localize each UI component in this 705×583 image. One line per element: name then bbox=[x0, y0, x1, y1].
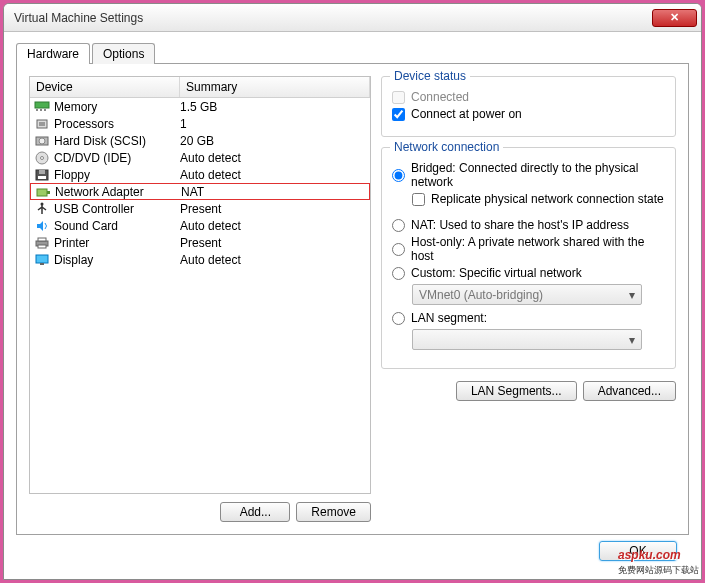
device-name: Floppy bbox=[54, 168, 90, 182]
advanced-button[interactable]: Advanced... bbox=[583, 381, 676, 401]
radio-lan[interactable]: LAN segment: bbox=[392, 311, 665, 325]
svg-rect-11 bbox=[39, 170, 45, 174]
connected-input bbox=[392, 91, 405, 104]
device-row-cpu[interactable]: Processors1 bbox=[30, 115, 370, 132]
tab-strip: Hardware Options bbox=[16, 43, 689, 64]
svg-rect-14 bbox=[47, 191, 50, 194]
device-status-group: Device status Connected Connect at power… bbox=[381, 76, 676, 137]
col-summary[interactable]: Summary bbox=[180, 77, 370, 97]
replicate-checkbox[interactable]: Replicate physical network connection st… bbox=[412, 192, 665, 206]
remove-button[interactable]: Remove bbox=[296, 502, 371, 522]
chevron-down-icon: ▾ bbox=[629, 288, 635, 302]
printer-icon bbox=[34, 236, 50, 250]
svg-point-7 bbox=[39, 138, 45, 144]
tab-panel-hardware: Device Summary Memory1.5 GBProcessors1Ha… bbox=[16, 63, 689, 535]
chevron-down-icon: ▾ bbox=[629, 333, 635, 347]
device-name: Network Adapter bbox=[55, 185, 144, 199]
network-connection-group: Network connection Bridged: Connected di… bbox=[381, 147, 676, 369]
device-name: Sound Card bbox=[54, 219, 118, 233]
replicate-input[interactable] bbox=[412, 193, 425, 206]
connected-checkbox: Connected bbox=[392, 90, 665, 104]
device-name: Memory bbox=[54, 100, 97, 114]
device-row-hdd[interactable]: Hard Disk (SCSI)20 GB bbox=[30, 132, 370, 149]
connect-poweron-checkbox[interactable]: Connect at power on bbox=[392, 107, 665, 121]
device-name: Hard Disk (SCSI) bbox=[54, 134, 146, 148]
tab-options[interactable]: Options bbox=[92, 43, 155, 64]
usb-icon bbox=[34, 202, 50, 216]
device-name: CD/DVD (IDE) bbox=[54, 151, 131, 165]
device-summary: Present bbox=[180, 202, 366, 216]
hdd-icon bbox=[34, 134, 50, 148]
svg-rect-12 bbox=[38, 176, 46, 179]
svg-rect-19 bbox=[36, 255, 48, 263]
custom-vmnet-select: VMnet0 (Auto-bridging) ▾ bbox=[412, 284, 642, 305]
device-summary: Present bbox=[180, 236, 366, 250]
add-button[interactable]: Add... bbox=[220, 502, 290, 522]
device-name: Display bbox=[54, 253, 93, 267]
device-row-floppy[interactable]: FloppyAuto detect bbox=[30, 166, 370, 183]
svg-rect-2 bbox=[40, 109, 42, 111]
lan-segments-button[interactable]: LAN Segments... bbox=[456, 381, 577, 401]
device-row-net[interactable]: Network AdapterNAT bbox=[30, 183, 370, 200]
device-name: Processors bbox=[54, 117, 114, 131]
floppy-icon bbox=[34, 168, 50, 182]
device-summary: Auto detect bbox=[180, 151, 366, 165]
device-summary: Auto detect bbox=[180, 219, 366, 233]
device-summary: 20 GB bbox=[180, 134, 366, 148]
cpu-icon bbox=[34, 117, 50, 131]
cd-icon bbox=[34, 151, 50, 165]
sound-icon bbox=[34, 219, 50, 233]
device-summary: NAT bbox=[181, 185, 365, 199]
svg-rect-17 bbox=[38, 238, 46, 241]
ok-button[interactable]: OK bbox=[599, 541, 677, 561]
radio-hostonly-input[interactable] bbox=[392, 243, 405, 256]
window-title: Virtual Machine Settings bbox=[14, 11, 652, 25]
device-summary: 1.5 GB bbox=[180, 100, 366, 114]
device-name: USB Controller bbox=[54, 202, 134, 216]
svg-rect-0 bbox=[35, 102, 49, 108]
device-row-usb[interactable]: USB ControllerPresent bbox=[30, 200, 370, 217]
device-summary: Auto detect bbox=[180, 168, 366, 182]
dialog-footer: OK bbox=[16, 535, 689, 561]
display-icon bbox=[34, 253, 50, 267]
svg-rect-3 bbox=[44, 109, 46, 111]
radio-custom-input[interactable] bbox=[392, 267, 405, 280]
network-title: Network connection bbox=[390, 140, 503, 154]
radio-nat-input[interactable] bbox=[392, 219, 405, 232]
settings-window: Virtual Machine Settings ✕ Hardware Opti… bbox=[3, 3, 702, 580]
device-row-cd[interactable]: CD/DVD (IDE)Auto detect bbox=[30, 149, 370, 166]
radio-bridged[interactable]: Bridged: Connected directly to the physi… bbox=[392, 161, 665, 189]
connect-poweron-input[interactable] bbox=[392, 108, 405, 121]
device-name: Printer bbox=[54, 236, 89, 250]
device-status-title: Device status bbox=[390, 69, 470, 83]
titlebar: Virtual Machine Settings ✕ bbox=[4, 4, 701, 32]
radio-nat[interactable]: NAT: Used to share the host's IP address bbox=[392, 218, 665, 232]
col-device[interactable]: Device bbox=[30, 77, 180, 97]
device-summary: Auto detect bbox=[180, 253, 366, 267]
device-summary: 1 bbox=[180, 117, 366, 131]
svg-rect-1 bbox=[36, 109, 38, 111]
device-row-printer[interactable]: PrinterPresent bbox=[30, 234, 370, 251]
radio-custom[interactable]: Custom: Specific virtual network bbox=[392, 266, 665, 280]
device-panel: Device Summary Memory1.5 GBProcessors1Ha… bbox=[29, 76, 371, 522]
device-list: Device Summary Memory1.5 GBProcessors1Ha… bbox=[29, 76, 371, 494]
detail-panel: Device status Connected Connect at power… bbox=[381, 76, 676, 522]
memory-icon bbox=[34, 100, 50, 114]
device-list-header: Device Summary bbox=[30, 77, 370, 98]
lan-segment-select: ▾ bbox=[412, 329, 642, 350]
radio-lan-input[interactable] bbox=[392, 312, 405, 325]
svg-rect-5 bbox=[39, 122, 45, 126]
svg-point-15 bbox=[41, 202, 44, 205]
device-row-sound[interactable]: Sound CardAuto detect bbox=[30, 217, 370, 234]
tab-hardware[interactable]: Hardware bbox=[16, 43, 90, 64]
device-row-display[interactable]: DisplayAuto detect bbox=[30, 251, 370, 268]
close-button[interactable]: ✕ bbox=[652, 9, 697, 27]
net-icon bbox=[35, 185, 51, 199]
radio-hostonly[interactable]: Host-only: A private network shared with… bbox=[392, 235, 665, 263]
svg-rect-18 bbox=[38, 245, 46, 248]
device-row-memory[interactable]: Memory1.5 GB bbox=[30, 98, 370, 115]
svg-point-9 bbox=[41, 156, 44, 159]
svg-rect-20 bbox=[40, 263, 44, 265]
radio-bridged-input[interactable] bbox=[392, 169, 405, 182]
svg-rect-13 bbox=[37, 189, 47, 196]
